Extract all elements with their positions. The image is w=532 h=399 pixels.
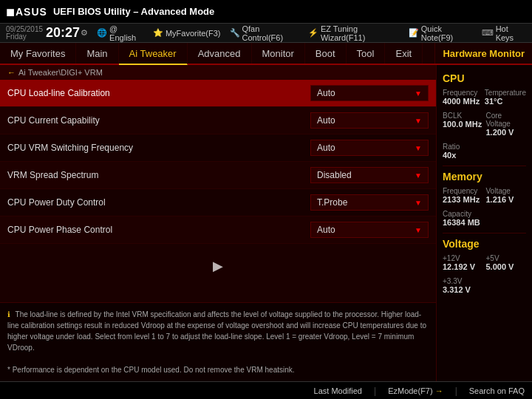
cpu-freq-label: Frequency	[443, 89, 482, 97]
setting-label-4: CPU Power Duty Control	[7, 197, 310, 208]
nav-main[interactable]: Main	[76, 43, 118, 64]
date-display: 09/25/2015Friday	[6, 26, 43, 41]
cpu-freq-value: 4000 MHz	[443, 97, 482, 106]
setting-row-2: CPU VRM Switching Frequency Auto ▼	[0, 134, 436, 162]
bottom-divider-1: |	[374, 386, 376, 396]
mem-capacity-value: 16384 MB	[443, 218, 526, 227]
info-box: ℹ The load-line is defined by the Intel …	[0, 302, 436, 381]
hw-monitor-nav-title: Hardware Monitor	[434, 43, 532, 64]
cpu-core-voltage-label: Core Voltage	[486, 112, 527, 128]
nav-ai-tweaker[interactable]: Ai Tweaker	[119, 43, 188, 65]
memory-freq-voltage: Frequency 2133 MHz Voltage 1.216 V	[443, 187, 526, 204]
ez-tuning-button[interactable]: ⚡ EZ Tuning Wizard(F11)	[308, 24, 400, 42]
dropdown-arrow-1: ▼	[415, 117, 422, 125]
cpu-temp-value: 31°C	[485, 97, 526, 106]
cpu-temp-label: Temperature	[485, 89, 526, 97]
tuning-icon: ⚡	[308, 28, 318, 38]
bottom-bar: Last Modified | EzMode(F7) → | Search on…	[0, 381, 532, 399]
nav-exit[interactable]: Exit	[385, 43, 423, 64]
cpu-section-title: CPU	[443, 72, 526, 84]
setting-row-0: CPU Load-line Calibration Auto ▼	[0, 80, 436, 107]
last-modified-button[interactable]: Last Modified	[314, 386, 362, 396]
mem-voltage-value: 1.216 V	[486, 195, 527, 204]
voltage-section-title: Voltage	[443, 238, 526, 250]
right-panel: CPU Frequency 4000 MHz Temperature 31°C …	[436, 65, 532, 381]
mem-capacity-label: Capacity	[443, 210, 526, 218]
cpu-bclk-label: BCLK	[443, 112, 483, 120]
left-panel: ← Ai Tweaker\DIGI+ VRM CPU Load-line Cal…	[0, 65, 436, 381]
datetime: 09/25/2015Friday 20:27 ⚙	[6, 25, 88, 41]
cpu-ratio-label: Ratio	[443, 143, 526, 151]
qfan-control-button[interactable]: 🔧 Qfan Control(F6)	[230, 24, 299, 42]
nav-tool[interactable]: Tool	[347, 43, 386, 64]
setting-dropdown-4[interactable]: T.Probe ▼	[310, 194, 429, 211]
dropdown-arrow-0: ▼	[415, 89, 422, 98]
cpu-bclk-value: 100.0 MHz	[443, 120, 483, 129]
info-text: The load-line is defined by the Intel VR…	[7, 310, 426, 374]
setting-row-5: CPU Power Phase Control Auto ▼	[0, 216, 436, 244]
memory-section-title: Memory	[443, 171, 526, 183]
time-display: 20:27	[46, 25, 80, 41]
nav-my-favorites[interactable]: My Favorites	[0, 43, 76, 64]
v33-label: +3.3V	[443, 277, 526, 285]
ez-mode-button[interactable]: EzMode(F7) →	[388, 386, 443, 396]
v33-value: 3.312 V	[443, 285, 526, 294]
v12-label: +12V	[443, 254, 483, 262]
mem-freq-value: 2133 MHz	[443, 195, 483, 204]
setting-dropdown-5[interactable]: Auto ▼	[310, 222, 429, 238]
language-button[interactable]: 🌐 @ English	[97, 24, 144, 42]
app-title: UEFI BIOS Utility – Advanced Mode	[53, 6, 214, 17]
setting-dropdown-2[interactable]: Auto ▼	[310, 140, 429, 156]
setting-label-1: CPU Current Capability	[7, 115, 310, 126]
setting-row-3: VRM Spread Spectrum Disabled ▼	[0, 162, 436, 189]
content-area: ← Ai Tweaker\DIGI+ VRM CPU Load-line Cal…	[0, 65, 532, 381]
nav-advanced[interactable]: Advanced	[188, 43, 252, 64]
quick-note-button[interactable]: 📝 Quick Note(F9)	[409, 24, 473, 42]
dropdown-arrow-5: ▼	[415, 226, 422, 234]
breadcrumb-path: Ai Tweaker\DIGI+ VRM	[18, 68, 103, 77]
cursor-icon: ▶	[213, 258, 223, 274]
toolbar: 09/25/2015Friday 20:27 ⚙ 🌐 @ English ⭐ M…	[0, 24, 532, 43]
setting-dropdown-1[interactable]: Auto ▼	[310, 112, 429, 129]
divider-1	[443, 166, 526, 166]
voltage-12-5: +12V 12.192 V +5V 5.000 V	[443, 254, 526, 271]
my-favorite-button[interactable]: ⭐ MyFavorite(F3)	[153, 28, 221, 38]
setting-label-5: CPU Power Phase Control	[7, 225, 310, 235]
bottom-divider-2: |	[455, 386, 457, 396]
back-arrow[interactable]: ←	[7, 68, 16, 77]
v5-label: +5V	[486, 254, 527, 262]
hot-keys-button[interactable]: ⌨ Hot Keys	[482, 24, 526, 42]
mem-freq-label: Frequency	[443, 187, 483, 195]
setting-row-4: CPU Power Duty Control T.Probe ▼	[0, 189, 436, 216]
fan-icon: 🔧	[230, 28, 240, 38]
nav-boot[interactable]: Boot	[305, 43, 347, 64]
nav-bar: My Favorites Main Ai Tweaker Advanced Mo…	[0, 43, 532, 65]
settings-list: CPU Load-line Calibration Auto ▼ CPU Cur…	[0, 80, 436, 302]
settings-icon-time[interactable]: ⚙	[81, 28, 88, 38]
divider-2	[443, 233, 526, 233]
breadcrumb: ← Ai Tweaker\DIGI+ VRM	[0, 65, 436, 80]
bottom-actions: Last Modified | EzMode(F7) → | Search on…	[314, 386, 525, 396]
favorite-icon: ⭐	[153, 28, 163, 38]
search-faq-button[interactable]: Search on FAQ	[469, 386, 525, 396]
cpu-core-voltage-value: 1.200 V	[486, 128, 527, 137]
v12-value: 12.192 V	[443, 262, 483, 271]
dropdown-arrow-4: ▼	[415, 199, 422, 207]
nav-monitor[interactable]: Monitor	[252, 43, 305, 64]
memory-capacity: Capacity 16384 MB	[443, 210, 526, 227]
cpu-freq-temp: Frequency 4000 MHz Temperature 31°C	[443, 89, 526, 106]
voltage-33: +3.3V 3.312 V	[443, 277, 526, 294]
note-icon: 📝	[409, 28, 419, 38]
cpu-bclk-voltage: BCLK 100.0 MHz Core Voltage 1.200 V	[443, 112, 526, 137]
setting-dropdown-3[interactable]: Disabled ▼	[310, 167, 429, 183]
info-icon: ℹ	[7, 310, 10, 318]
v5-value: 5.000 V	[486, 262, 527, 271]
setting-row-1: CPU Current Capability Auto ▼	[0, 107, 436, 134]
setting-dropdown-0[interactable]: Auto ▼	[310, 85, 429, 101]
cpu-ratio-value: 40x	[443, 151, 526, 160]
language-icon: 🌐	[97, 28, 107, 38]
cursor-area: ▶	[0, 244, 436, 288]
dropdown-arrow-3: ▼	[415, 171, 422, 180]
keyboard-icon: ⌨	[482, 28, 494, 38]
mem-voltage-label: Voltage	[486, 187, 527, 195]
